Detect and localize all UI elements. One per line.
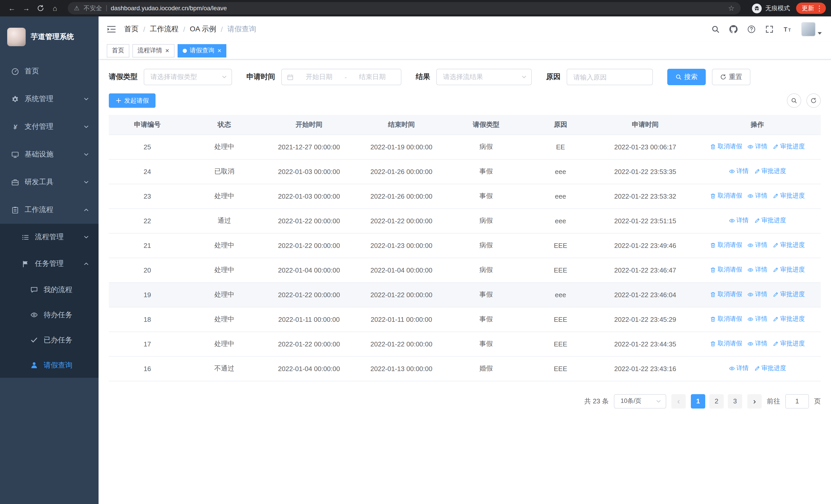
cancel-action[interactable]: 取消请假 bbox=[710, 142, 742, 151]
sidebar-toggle-button[interactable] bbox=[107, 25, 116, 34]
goto-page-input[interactable] bbox=[785, 394, 809, 408]
progress-action[interactable]: 审批进度 bbox=[754, 364, 786, 373]
table-cell: 2022-01-22 00:00:00 bbox=[355, 208, 448, 233]
progress-action[interactable]: 审批进度 bbox=[773, 266, 805, 274]
bookmark-star-icon[interactable]: ☆ bbox=[728, 4, 735, 12]
cancel-action[interactable]: 取消请假 bbox=[710, 266, 742, 274]
page-button-3[interactable]: 3 bbox=[728, 394, 742, 408]
sidebar-item-leave-query[interactable]: 请假查询 bbox=[0, 353, 98, 378]
forward-button[interactable]: → bbox=[20, 2, 33, 15]
reset-button[interactable]: 重置 bbox=[712, 69, 750, 85]
fullscreen-icon[interactable] bbox=[765, 25, 774, 33]
trash-icon bbox=[710, 292, 716, 298]
help-icon[interactable] bbox=[747, 25, 755, 33]
detail-action[interactable]: 详情 bbox=[747, 266, 767, 274]
prev-page-button[interactable]: ‹ bbox=[671, 394, 686, 408]
search-icon[interactable] bbox=[711, 25, 720, 33]
search-button[interactable]: 搜索 bbox=[667, 69, 706, 85]
view-tab-1[interactable]: 流程详情× bbox=[133, 44, 174, 57]
reason-input[interactable] bbox=[567, 69, 653, 85]
detail-action[interactable]: 详情 bbox=[747, 192, 767, 200]
action-label: 审批进度 bbox=[780, 290, 805, 299]
refresh-table-button[interactable] bbox=[806, 93, 821, 108]
table-cell: 2022-01-22 23:51:15 bbox=[596, 208, 694, 233]
breadcrumb-item: 请假查询 bbox=[227, 25, 256, 34]
table-cell: 通过 bbox=[186, 208, 263, 233]
detail-action[interactable]: 详情 bbox=[747, 315, 767, 324]
cancel-action[interactable]: 取消请假 bbox=[710, 290, 742, 299]
update-chip[interactable]: 更新 ⋮ bbox=[796, 3, 826, 14]
result-select[interactable]: 请选择流结果 bbox=[436, 69, 532, 85]
detail-action[interactable]: 详情 bbox=[728, 216, 749, 225]
page-button-1[interactable]: 1 bbox=[691, 394, 705, 408]
leave-type-select[interactable]: 请选择请假类型 bbox=[144, 69, 232, 85]
progress-action[interactable]: 审批进度 bbox=[773, 315, 805, 324]
progress-action[interactable]: 审批进度 bbox=[773, 339, 805, 348]
kebab-menu-icon[interactable]: ⋮ bbox=[815, 4, 823, 12]
sidebar-item-infrastructure[interactable]: 基础设施 bbox=[0, 141, 98, 168]
breadcrumb-item[interactable]: 工作流程 bbox=[150, 25, 179, 34]
table-cell: 事假 bbox=[448, 307, 524, 331]
detail-action[interactable]: 详情 bbox=[747, 290, 767, 299]
progress-action[interactable]: 审批进度 bbox=[773, 241, 805, 250]
progress-action[interactable]: 审批进度 bbox=[773, 290, 805, 299]
user-avatar[interactable] bbox=[801, 22, 822, 36]
table-cell: 2022-01-11 00:00:00 bbox=[263, 307, 355, 331]
progress-action[interactable]: 审批进度 bbox=[754, 167, 786, 176]
table-cell: 2022-01-23 00:06:17 bbox=[596, 135, 694, 159]
page-size-select[interactable]: 10条/页 bbox=[614, 394, 666, 408]
sidebar-item-my-process[interactable]: 我的流程 bbox=[0, 277, 98, 302]
detail-action[interactable]: 详情 bbox=[728, 364, 749, 373]
detail-action[interactable]: 详情 bbox=[728, 167, 749, 176]
progress-action[interactable]: 审批进度 bbox=[754, 216, 786, 225]
close-icon[interactable]: × bbox=[218, 47, 221, 54]
cancel-action[interactable]: 取消请假 bbox=[710, 241, 742, 250]
progress-action[interactable]: 审批进度 bbox=[773, 142, 805, 151]
sidebar-item-todo-tasks[interactable]: 待办任务 bbox=[0, 302, 98, 327]
detail-action[interactable]: 详情 bbox=[747, 339, 767, 348]
sidebar-item-devtools[interactable]: 研发工具 bbox=[0, 168, 98, 196]
view-tab-0[interactable]: 首页 bbox=[107, 44, 130, 57]
clipboard-icon bbox=[10, 206, 20, 214]
sidebar-item-workflow[interactable]: 工作流程 bbox=[0, 196, 98, 224]
url-bar[interactable]: ⚠ 不安全 dashboard.yudao.iocoder.cn/bpm/oa/… bbox=[68, 2, 741, 14]
reload-button[interactable] bbox=[34, 2, 47, 15]
breadcrumb-item[interactable]: OA 示例 bbox=[190, 25, 216, 34]
cancel-action[interactable]: 取消请假 bbox=[710, 339, 742, 348]
table-cell: 2022-01-22 23:43:16 bbox=[596, 356, 694, 381]
app-header: 首页/工作流程/OA 示例/请假查询 TT bbox=[98, 17, 831, 42]
sidebar-item-home[interactable]: 首页 bbox=[0, 58, 98, 85]
page-button-2[interactable]: 2 bbox=[709, 394, 724, 408]
progress-action[interactable]: 审批进度 bbox=[773, 192, 805, 200]
sidebar-item-done-tasks[interactable]: 已办任务 bbox=[0, 327, 98, 353]
svg-text:T: T bbox=[784, 26, 787, 33]
create-leave-button[interactable]: 发起请假 bbox=[109, 93, 155, 108]
svg-text:T: T bbox=[789, 28, 791, 32]
home-button[interactable]: ⌂ bbox=[48, 2, 62, 15]
cancel-action[interactable]: 取消请假 bbox=[710, 315, 742, 324]
sidebar-item-task-mgmt[interactable]: 任务管理 bbox=[0, 250, 98, 277]
close-icon[interactable]: × bbox=[165, 47, 169, 54]
action-label: 取消请假 bbox=[718, 315, 742, 324]
sidebar-item-payment[interactable]: ¥支付管理 bbox=[0, 113, 98, 141]
sidebar-item-process-mgmt[interactable]: 流程管理 bbox=[0, 224, 98, 250]
apply-time-range-picker[interactable]: 开始日期 - 结束日期 bbox=[281, 69, 401, 85]
cancel-action[interactable]: 取消请假 bbox=[710, 192, 742, 200]
detail-action[interactable]: 详情 bbox=[747, 142, 767, 151]
toggle-search-button[interactable] bbox=[787, 93, 801, 108]
font-size-icon[interactable]: TT bbox=[783, 25, 792, 33]
sidebar-item-system[interactable]: 系统管理 bbox=[0, 85, 98, 113]
detail-action[interactable]: 详情 bbox=[747, 241, 767, 250]
table-cell: 2022-01-22 23:46:04 bbox=[596, 282, 694, 307]
sidebar-item-label: 基础设施 bbox=[25, 150, 83, 159]
github-icon[interactable] bbox=[729, 25, 738, 33]
back-button[interactable]: ← bbox=[5, 2, 19, 15]
leave-type-label: 请假类型 bbox=[109, 72, 138, 82]
caret-down-icon bbox=[818, 31, 822, 35]
table-cell: EE bbox=[524, 135, 596, 159]
next-page-button[interactable]: › bbox=[747, 394, 762, 408]
breadcrumb-item[interactable]: 首页 bbox=[124, 25, 139, 34]
action-label: 取消请假 bbox=[718, 266, 742, 274]
app-logo-row[interactable]: 芋道管理系统 bbox=[0, 17, 98, 58]
view-tab-2[interactable]: 请假查询× bbox=[177, 44, 226, 57]
